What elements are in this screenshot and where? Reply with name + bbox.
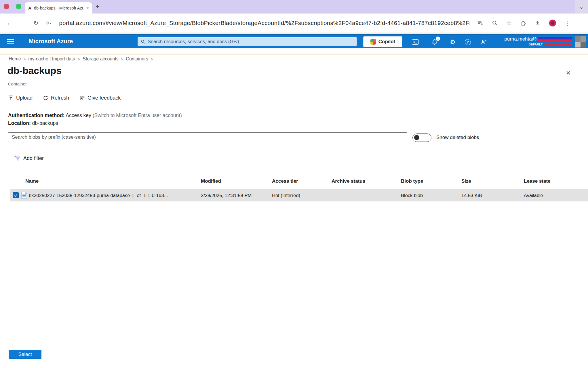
tab-list-chevron-button[interactable]: ⌄ — [575, 0, 588, 14]
lens-search-icon[interactable] — [492, 20, 498, 26]
column-header-lease-state: Lease state — [524, 178, 551, 184]
blob-name[interactable]: bk20250227-152038-12932453-purna-databas… — [29, 189, 192, 201]
download-icon[interactable] — [535, 20, 541, 26]
blade-close-icon[interactable]: ✕ — [566, 70, 571, 77]
global-search-box[interactable] — [138, 37, 357, 46]
help-button[interactable]: ? — [464, 38, 471, 46]
site-key-icon[interactable] — [46, 20, 52, 26]
window-maximize-button[interactable] — [16, 4, 21, 9]
command-bar: Upload Refresh Give feedback — [8, 95, 121, 101]
breadcrumb-storage-accounts[interactable]: Storage accounts — [83, 56, 119, 62]
window-close-button[interactable] — [4, 4, 9, 9]
back-button[interactable]: ← — [6, 20, 12, 26]
auth-method-label: Authentication method: — [8, 113, 64, 118]
breadcrumb-containers[interactable]: Containers — [126, 56, 148, 62]
breadcrumb-separator: > — [121, 57, 123, 61]
upload-label: Upload — [16, 95, 33, 101]
add-filter-icon — [14, 155, 21, 162]
tab-favicon-icon: A — [28, 5, 31, 10]
column-header-modified: Modified — [201, 178, 221, 184]
question-icon: ? — [465, 39, 471, 45]
page-title: db-backups — [7, 65, 62, 76]
email-redaction-bar — [538, 37, 572, 41]
browser-action-icons: ☆ ⋮ — [477, 20, 571, 26]
column-header-access-tier: Access tier — [272, 178, 298, 184]
cloud-shell-button[interactable]: >_ — [412, 38, 419, 46]
blob-table-header: Name Modified Access tier Archive status… — [0, 178, 588, 187]
feedback-icon — [79, 95, 85, 101]
show-deleted-blobs-label: Show deleted blobs — [436, 135, 479, 140]
breadcrumb-separator: > — [151, 57, 153, 61]
tab-title: db-backups - Microsoft Azu — [34, 6, 83, 10]
azure-brand[interactable]: Microsoft Azure — [29, 38, 73, 45]
azure-header: Microsoft Azure Copilot >_ 1 ⚙ ? purna.m… — [0, 34, 588, 48]
settings-button[interactable]: ⚙ — [449, 38, 456, 46]
blob-modified: 2/28/2025, 12:31:58 PM — [201, 189, 252, 201]
select-button[interactable]: Select — [9, 350, 41, 359]
account-menu[interactable]: purna.mehta@ DEFAULT — [486, 36, 572, 46]
row-checkbox[interactable] — [13, 192, 19, 198]
reload-button[interactable]: ↻ — [33, 20, 39, 26]
user-email: purna.mehta@ — [504, 36, 537, 42]
column-header-name: Name — [25, 178, 39, 184]
bookmark-star-icon[interactable]: ☆ — [506, 20, 512, 26]
copilot-icon — [370, 39, 376, 45]
global-search-input[interactable] — [148, 39, 354, 44]
chevron-down-icon: ⌄ — [579, 4, 583, 10]
notifications-button[interactable]: 1 — [431, 38, 438, 46]
blob-size: 14.53 KiB — [461, 189, 482, 201]
column-header-size: Size — [461, 178, 471, 184]
breadcrumb-separator: > — [78, 57, 80, 61]
show-deleted-blobs-toggle[interactable] — [412, 134, 431, 142]
address-bar[interactable]: portal.azure.com/#view/Microsoft_Azure_S… — [59, 20, 470, 26]
blob-search-input[interactable] — [12, 134, 403, 140]
authentication-method-line: Authentication method: Access key (Switc… — [8, 113, 182, 119]
give-feedback-button[interactable]: Give feedback — [79, 95, 121, 101]
location-line: Location: db-backups — [8, 120, 58, 126]
add-filter-button[interactable]: Add filter — [14, 155, 44, 162]
hamburger-menu-icon[interactable] — [7, 39, 14, 44]
terminal-icon: >_ — [412, 39, 419, 45]
upload-icon — [8, 95, 14, 101]
browser-active-tab[interactable]: A db-backups - Microsoft Azu ✕ — [25, 2, 92, 14]
directory-redaction-bar — [545, 43, 572, 46]
notification-badge: 1 — [436, 37, 440, 41]
copilot-label: Copilot — [378, 39, 395, 45]
extensions-puzzle-icon[interactable] — [520, 20, 526, 26]
location-value: db-backups — [32, 120, 58, 126]
breadcrumb-import-data[interactable]: my-cache | Import data — [28, 56, 75, 62]
tab-close-icon[interactable]: ✕ — [86, 6, 89, 10]
breadcrumb: Home > my-cache | Import data > Storage … — [9, 56, 153, 62]
upload-button[interactable]: Upload — [8, 95, 33, 101]
forward-button[interactable]: → — [20, 20, 26, 26]
azure-portal-window: A db-backups - Microsoft Azu ✕ + ⌄ ← → ↻… — [0, 0, 588, 368]
reading-list-icon[interactable] — [477, 20, 483, 26]
page-subtitle: Container — [8, 81, 27, 86]
new-tab-button[interactable]: + — [96, 2, 100, 11]
browser-tab-strip: A db-backups - Microsoft Azu ✕ + ⌄ — [0, 0, 588, 14]
give-feedback-label: Give feedback — [87, 95, 121, 101]
user-avatar[interactable] — [575, 36, 586, 47]
location-label: Location: — [8, 120, 31, 126]
switch-entra-link[interactable]: (Switch to Microsoft Entra user account) — [93, 113, 182, 118]
add-filter-label: Add filter — [23, 155, 44, 161]
refresh-icon — [43, 95, 48, 101]
blob-lease-state: Available — [524, 189, 543, 201]
browser-toolbar: ← → ↻ portal.azure.com/#view/Microsoft_A… — [0, 14, 588, 33]
search-icon — [141, 39, 145, 44]
gear-icon: ⚙ — [450, 39, 456, 45]
copilot-button[interactable]: Copilot — [364, 37, 402, 47]
blob-search-box[interactable] — [8, 132, 407, 142]
auth-method-value: Access key — [66, 113, 91, 118]
blob-type: Block blob — [401, 189, 423, 201]
directory-label: DEFAULT — [528, 43, 543, 46]
toggle-knob — [414, 135, 419, 140]
divider-strip — [0, 54, 588, 55]
breadcrumb-home[interactable]: Home — [9, 56, 21, 62]
column-header-blob-type: Blob type — [401, 178, 423, 184]
blob-access-tier: Hot (Inferred) — [272, 189, 300, 201]
browser-profile-avatar[interactable] — [549, 20, 556, 26]
browser-menu-icon[interactable]: ⋮ — [565, 20, 571, 26]
table-row[interactable]: bk20250227-152038-12932453-purna-databas… — [10, 189, 588, 201]
refresh-button[interactable]: Refresh — [43, 95, 69, 101]
